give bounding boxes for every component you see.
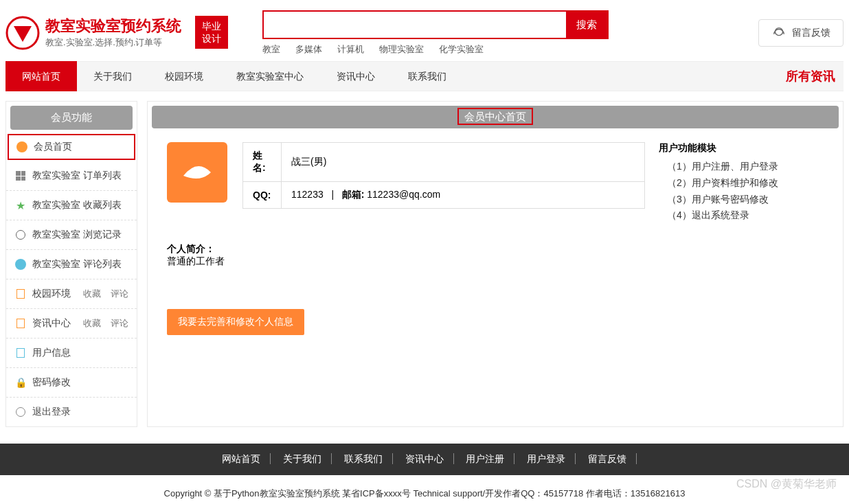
doc-icon: [14, 347, 27, 359]
search-input[interactable]: [264, 12, 566, 38]
circle-icon: [16, 141, 28, 153]
module-item: （4）退出系统登录: [667, 207, 824, 224]
sidebar-item-label: 教室实验室 订单列表: [32, 170, 122, 182]
search-tags: 教室 多媒体 计算机 物理实验室 化学实验室: [262, 43, 609, 56]
logo-area: 教室实验室预约系统 教室.实验室.选择.预约.订单等 毕业 设计: [5, 16, 228, 50]
module-item: （3）用户账号密码修改: [667, 192, 824, 208]
sidebar-header: 会员功能: [10, 106, 133, 130]
profile-right: 用户功能模块 （1）用户注册、用户登录 （2）用户资料维护和修改 （3）用户账号…: [659, 142, 824, 335]
header: 教室实验室预约系统 教室.实验室.选择.预约.订单等 毕业 设计 搜索 教室 多…: [5, 0, 844, 61]
sidebar-item-logout[interactable]: 退出登录: [6, 398, 137, 426]
feedback-button[interactable]: 留言反馈: [758, 19, 844, 47]
sidebar-item-userinfo[interactable]: 用户信息: [6, 339, 137, 368]
nav-home[interactable]: 网站首页: [5, 61, 77, 91]
headset-icon: [771, 25, 786, 41]
footer-home[interactable]: 网站首页: [212, 453, 271, 464]
sidebar-item-campus[interactable]: 校园环境 收藏 评论: [6, 279, 137, 309]
sidebar-item-label: 会员首页: [34, 141, 72, 153]
sidebar-item-label: 退出登录: [32, 406, 71, 418]
sidebar-item-password[interactable]: 🔒 密码修改: [6, 368, 137, 398]
power-icon: [14, 406, 27, 418]
sub-comment[interactable]: 评论: [111, 288, 128, 299]
footer-register[interactable]: 用户注册: [456, 453, 514, 464]
sidebar-item-orders[interactable]: 教室实验室 订单列表: [6, 161, 137, 191]
name-label: 姓名:: [243, 143, 282, 182]
sidebar-item-history[interactable]: 教室实验室 浏览记录: [6, 220, 137, 250]
main-nav: 网站首页 关于我们 校园环境 教室实验室中心 资讯中心 联系我们 所有资讯: [5, 61, 844, 91]
sidebar-item-label: 校园环境: [32, 288, 71, 300]
nav-contact[interactable]: 联系我们: [392, 61, 463, 91]
clock-icon: [14, 229, 27, 241]
tag-chemistry[interactable]: 化学实验室: [439, 44, 484, 54]
content: 会员中心首页 姓名: 战三(男) QQ: [147, 101, 844, 427]
search-button[interactable]: 搜索: [566, 12, 607, 38]
nav-lab-center[interactable]: 教室实验室中心: [220, 61, 320, 91]
nav-campus[interactable]: 校园环境: [148, 61, 220, 91]
sidebar-item-label: 资讯中心: [32, 317, 71, 330]
logo-icon: [5, 16, 40, 50]
info-table: 姓名: 战三(男) QQ: 112233 | 邮箱: 112233@qq.com: [242, 142, 645, 209]
sidebar-item-label: 教室实验室 浏览记录: [32, 229, 122, 241]
tag-physics[interactable]: 物理实验室: [379, 44, 424, 54]
sub-comment[interactable]: 评论: [111, 318, 128, 328]
sidebar-item-comments[interactable]: 教室实验室 评论列表: [6, 250, 137, 279]
sidebar-item-news[interactable]: 资讯中心 收藏 评论: [6, 309, 137, 339]
site-title: 教室实验室预约系统: [45, 16, 181, 36]
nav-about[interactable]: 关于我们: [77, 61, 148, 91]
sidebar: 会员功能 会员首页 教室实验室 订单列表 ★ 教室实验室 收藏列表 教室实验室 …: [5, 101, 137, 427]
sub-favorite[interactable]: 收藏: [83, 318, 101, 328]
sub-favorite[interactable]: 收藏: [83, 288, 101, 299]
doc-icon: [14, 288, 27, 300]
lock-icon: 🔒: [14, 376, 27, 389]
footer-login[interactable]: 用户登录: [517, 453, 576, 464]
content-header: 会员中心首页: [152, 106, 839, 128]
profile-left: 姓名: 战三(男) QQ: 112233 | 邮箱: 112233@qq.com…: [167, 142, 645, 335]
nav-news[interactable]: 资讯中心: [320, 61, 392, 91]
design-badge: 毕业 设计: [195, 16, 228, 49]
site-subtitle: 教室.实验室.选择.预约.订单等: [45, 36, 181, 49]
sidebar-item-home[interactable]: 会员首页: [8, 134, 135, 160]
tag-multimedia[interactable]: 多媒体: [295, 44, 322, 54]
sidebar-item-label: 教室实验室 评论列表: [32, 258, 122, 271]
module-item: （1）用户注册、用户登录: [667, 159, 824, 175]
module-title: 用户功能模块: [659, 142, 824, 154]
sidebar-item-label: 教室实验室 收藏列表: [32, 199, 122, 211]
grid-icon: [14, 170, 27, 182]
module-item: （2）用户资料维护和修改: [667, 175, 824, 192]
edit-profile-button[interactable]: 我要去完善和修改个人信息: [167, 309, 304, 335]
sidebar-item-favorites[interactable]: ★ 教室实验室 收藏列表: [6, 191, 137, 220]
intro-value: 普通的工作者: [167, 255, 645, 268]
sidebar-item-label: 用户信息: [32, 347, 71, 359]
doc-icon: [14, 317, 27, 330]
feedback-label: 留言反馈: [792, 27, 830, 39]
intro-label: 个人简介：: [167, 243, 645, 255]
qq-value: 112233 | 邮箱: 112233@qq.com: [282, 182, 645, 209]
tag-classroom[interactable]: 教室: [262, 44, 280, 54]
swift-icon: [177, 152, 218, 193]
footer-nav: 网站首页 关于我们 联系我们 资讯中心 用户注册 用户登录 留言反馈: [0, 444, 849, 475]
footer-feedback[interactable]: 留言反馈: [578, 453, 637, 464]
content-title: 会员中心首页: [457, 108, 533, 125]
nav-all-news[interactable]: 所有资讯: [786, 68, 844, 84]
star-icon: ★: [14, 199, 27, 211]
name-value: 战三(男): [282, 143, 645, 182]
footer-about[interactable]: 关于我们: [273, 453, 332, 464]
footer-contact[interactable]: 联系我们: [335, 453, 393, 464]
profile-intro: 个人简介： 普通的工作者: [167, 243, 645, 268]
footer-news[interactable]: 资讯中心: [396, 453, 454, 464]
qq-label: QQ:: [243, 182, 282, 209]
watermark: CSDN @黄菊华老师: [736, 477, 837, 492]
sidebar-item-label: 密码修改: [32, 376, 71, 389]
avatar: [167, 142, 227, 203]
module-list: （1）用户注册、用户登录 （2）用户资料维护和修改 （3）用户账号密码修改 （4…: [659, 159, 824, 224]
footer-copyright: Copyright © 基于Python教室实验室预约系统 某省ICP备xxxx…: [0, 475, 849, 504]
tag-computer[interactable]: 计算机: [337, 44, 364, 54]
search-area: 搜索 教室 多媒体 计算机 物理实验室 化学实验室: [262, 10, 609, 56]
circle-icon: [14, 258, 27, 271]
